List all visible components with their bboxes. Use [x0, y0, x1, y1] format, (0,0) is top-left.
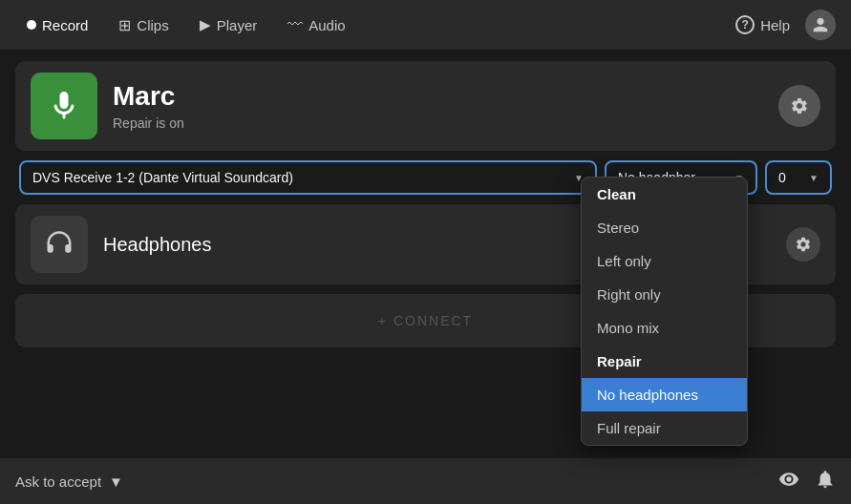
dropdown-full-repair[interactable]: Full repair [582, 411, 747, 445]
help-icon: ? [735, 15, 755, 34]
user-icon [812, 16, 829, 33]
dropdown-stereo[interactable]: Stereo [582, 211, 747, 244]
nav-record-label: Record [42, 17, 88, 33]
dropdown-clean-header: Clean [582, 178, 747, 211]
profile-status: Repair is on [113, 116, 763, 131]
headphone-dropdown-menu: Clean Stereo Left only Right only Mono m… [581, 177, 748, 446]
bottom-icons [778, 469, 836, 494]
mic-button[interactable] [31, 73, 97, 139]
dropdown-no-headphones[interactable]: No headphones [582, 378, 747, 411]
eye-icon [778, 469, 799, 490]
help-label: Help [760, 17, 790, 33]
headphones-settings-button[interactable] [786, 227, 820, 262]
nav-record[interactable]: Record [15, 11, 99, 39]
profile-row: Marc Repair is on [15, 61, 836, 151]
eye-button[interactable] [778, 469, 799, 494]
dropdown-mono-mix[interactable]: Mono mix [582, 311, 747, 345]
help-button[interactable]: ? Help [735, 15, 790, 34]
dropdown-right-only[interactable]: Right only [582, 278, 747, 311]
headphone-icon [45, 230, 74, 259]
audio-icon: 〰 [287, 16, 303, 33]
gear-icon [790, 96, 809, 116]
nav-clips[interactable]: ⊞ Clips [107, 10, 180, 40]
soundcard-dropdown[interactable]: DVS Receive 1-2 (Dante Virtual Soundcard… [19, 160, 597, 195]
clips-icon: ⊞ [118, 16, 131, 34]
connect-label: + CONNECT [378, 313, 473, 328]
user-avatar[interactable] [805, 10, 836, 40]
nav-audio-label: Audio [308, 17, 345, 33]
accept-label: Ask to accept [15, 473, 101, 490]
number-chevron-icon: ▼ [809, 173, 819, 183]
profile-info: Marc Repair is on [113, 81, 763, 131]
profile-name: Marc [113, 81, 763, 112]
number-label: 0 [778, 170, 786, 185]
accept-chevron-icon: ▼ [109, 473, 123, 490]
number-dropdown[interactable]: 0 ▼ [765, 160, 832, 195]
dropdown-repair-header: Repair [582, 345, 747, 378]
nav-clips-label: Clips [137, 17, 168, 33]
headphones-gear-icon [795, 236, 812, 253]
bell-icon [815, 469, 836, 490]
record-dot-icon [27, 20, 36, 30]
nav-player-label: Player [217, 17, 258, 33]
accept-select[interactable]: Ask to accept ▼ [15, 473, 123, 490]
nav-player[interactable]: ▶ Player [188, 10, 269, 39]
profile-settings-button[interactable] [778, 85, 820, 127]
top-navigation: Record ⊞ Clips ▶ Player 〰 Audio ? Help [0, 0, 851, 50]
bottom-bar: Ask to accept ▼ [0, 458, 851, 504]
player-icon: ▶ [200, 16, 211, 33]
nav-audio[interactable]: 〰 Audio [276, 10, 356, 39]
dropdown-left-only[interactable]: Left only [582, 244, 747, 278]
bell-button[interactable] [815, 469, 836, 494]
nav-right: ? Help [735, 10, 836, 40]
mic-icon [47, 89, 81, 123]
soundcard-label: DVS Receive 1-2 (Dante Virtual Soundcard… [32, 170, 293, 185]
headphone-icon-wrap [31, 216, 88, 273]
